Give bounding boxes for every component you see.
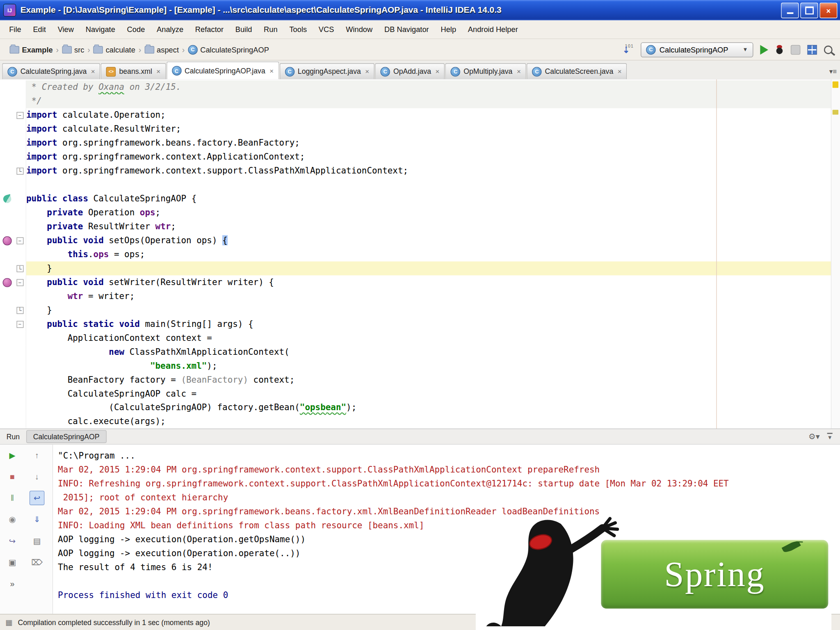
code-line[interactable]: public class CalculateSpringAOP { bbox=[0, 192, 840, 206]
code-line[interactable]: private ResultWriter wtr; bbox=[0, 220, 840, 234]
tab-calculatespringaop.java[interactable]: CCalculateSpringAOP.java× bbox=[167, 62, 279, 79]
close-button[interactable]: × bbox=[819, 3, 837, 18]
fold-minus-icon[interactable]: − bbox=[16, 279, 23, 286]
coverage-button[interactable] bbox=[791, 45, 801, 55]
error-stripe[interactable] bbox=[831, 79, 840, 429]
code-line[interactable]: * Created by Oxana on 3/2/15. bbox=[0, 80, 840, 94]
tab-calculatescreen.java[interactable]: CCalculateScreen.java× bbox=[527, 63, 627, 79]
menu-run[interactable]: Run bbox=[258, 21, 283, 39]
code-line[interactable]: */ bbox=[0, 94, 840, 108]
breadcrumb-item-example[interactable]: Example bbox=[10, 45, 53, 54]
menu-android-helper[interactable]: Android Helper bbox=[462, 21, 524, 39]
rerun-button[interactable]: ▶ bbox=[5, 448, 20, 462]
code-line[interactable]: import org.springframework.context.Appli… bbox=[0, 150, 840, 164]
close-icon[interactable]: × bbox=[517, 68, 521, 76]
breadcrumb-item-calculate[interactable]: calculate bbox=[94, 45, 135, 54]
code-line[interactable]: − public static void main(String[] args)… bbox=[0, 317, 840, 331]
menu-build[interactable]: Build bbox=[229, 21, 258, 39]
run-tab[interactable]: CalculateSpringAOP bbox=[26, 430, 107, 443]
code-line[interactable]: wtr = writer; bbox=[0, 289, 840, 303]
settings-gear-icon[interactable]: ⚙▾ bbox=[808, 432, 819, 442]
prev-occurrence-button[interactable]: ↑ bbox=[30, 448, 45, 462]
fold-end-icon[interactable]: └ bbox=[16, 265, 23, 272]
close-icon[interactable]: × bbox=[269, 67, 274, 75]
code-line[interactable]: new ClassPathXmlApplicationContext( bbox=[0, 345, 840, 359]
tab-beans.xml[interactable]: <>beans.xml× bbox=[101, 63, 166, 79]
dump-threads-button[interactable]: ◉ bbox=[5, 512, 20, 527]
menu-navigate[interactable]: Navigate bbox=[80, 21, 121, 39]
toolwindow-toggle-icon[interactable]: ▦ bbox=[5, 618, 12, 627]
code-line[interactable]: CalculateSpringAOP calc = bbox=[0, 387, 840, 401]
breadcrumb-item-src[interactable]: src bbox=[62, 45, 84, 54]
close-icon[interactable]: × bbox=[436, 68, 440, 76]
debug-button[interactable] bbox=[775, 45, 784, 55]
code-line[interactable]: BeanFactory factory = (BeanFactory) cont… bbox=[0, 373, 840, 387]
stop-button[interactable]: ■ bbox=[5, 469, 20, 484]
menu-code[interactable]: Code bbox=[121, 21, 151, 39]
run-config-select[interactable]: C CalculateSpringAOP ▼ bbox=[641, 42, 753, 57]
breadcrumb-item-calculatespringaop[interactable]: CCalculateSpringAOP bbox=[188, 45, 269, 55]
minimize-button[interactable] bbox=[781, 3, 799, 18]
tab-opadd.java[interactable]: COpAdd.java× bbox=[375, 63, 445, 79]
menu-vcs[interactable]: VCS bbox=[313, 21, 340, 39]
code-line[interactable]: import calculate.ResultWriter; bbox=[0, 122, 840, 136]
close-icon[interactable]: × bbox=[156, 68, 160, 76]
spring-leaf-icon[interactable] bbox=[2, 194, 12, 204]
code-line[interactable]: this.ops = ops; bbox=[0, 247, 840, 261]
code-line[interactable]: − public void setOps(Operation ops) { bbox=[0, 233, 840, 247]
project-structure-button[interactable] bbox=[807, 45, 817, 55]
breadcrumb-item-aspect[interactable]: aspect bbox=[144, 45, 179, 54]
editor[interactable]: * Created by Oxana on 3/2/15. */−import … bbox=[0, 79, 840, 429]
menu-help[interactable]: Help bbox=[435, 21, 462, 39]
menu-tools[interactable]: Tools bbox=[283, 21, 313, 39]
menu-window[interactable]: Window bbox=[340, 21, 379, 39]
fold-minus-icon[interactable]: − bbox=[16, 321, 23, 328]
maximize-button[interactable] bbox=[800, 3, 818, 18]
fold-minus-icon[interactable]: − bbox=[16, 237, 23, 244]
code-line[interactable]: "beans.xml"); bbox=[0, 359, 840, 373]
tab-calculatespring.java[interactable]: CCalculateSpring.java× bbox=[2, 63, 100, 79]
fold-end-icon[interactable]: └ bbox=[16, 307, 23, 314]
code-line[interactable]: import org.springframework.beans.factory… bbox=[0, 136, 840, 150]
stripe-mark[interactable] bbox=[833, 110, 838, 115]
close-icon[interactable]: × bbox=[91, 68, 95, 76]
search-everywhere-button[interactable] bbox=[824, 45, 833, 54]
code-line[interactable]: (CalculateSpringAOP) factory.getBean("op… bbox=[0, 401, 840, 415]
show-console-button[interactable]: ▣ bbox=[5, 555, 20, 569]
close-icon[interactable]: × bbox=[618, 68, 622, 76]
scroll-to-end-button[interactable]: ⇓ bbox=[30, 512, 45, 527]
spring-bean-icon[interactable] bbox=[2, 236, 11, 245]
menu-file[interactable]: File bbox=[3, 21, 27, 39]
print-button[interactable]: ▤ bbox=[30, 534, 45, 548]
spring-bean-icon[interactable] bbox=[2, 278, 11, 287]
code-line[interactable] bbox=[0, 178, 840, 192]
hide-panel-icon[interactable]: ▼ bbox=[827, 433, 833, 440]
more-button[interactable]: » bbox=[5, 576, 20, 591]
code-line[interactable]: private Operation ops; bbox=[0, 206, 840, 220]
tab-opmultiply.java[interactable]: COpMultiply.java× bbox=[445, 63, 526, 79]
code-line[interactable]: └ } bbox=[0, 303, 840, 317]
run-button[interactable] bbox=[760, 45, 768, 55]
fold-minus-icon[interactable]: − bbox=[16, 112, 23, 119]
make-project-button[interactable]: 101⇣ bbox=[622, 43, 634, 55]
code-line[interactable]: −import calculate.Operation; bbox=[0, 108, 840, 122]
exit-button[interactable]: ↪ bbox=[5, 534, 20, 548]
clear-all-button[interactable]: ⌦ bbox=[30, 555, 45, 569]
tab-list-icon[interactable]: ▾≡ bbox=[829, 68, 837, 76]
stripe-mark[interactable] bbox=[833, 82, 838, 88]
menu-edit[interactable]: Edit bbox=[27, 21, 52, 39]
close-icon[interactable]: × bbox=[365, 68, 369, 76]
next-occurrence-button[interactable]: ↓ bbox=[30, 469, 45, 484]
menu-refactor[interactable]: Refactor bbox=[189, 21, 229, 39]
tab-loggingaspect.java[interactable]: CLoggingAspect.java× bbox=[279, 63, 374, 79]
code-line[interactable]: − public void setWriter(ResultWriter wri… bbox=[0, 275, 840, 289]
menu-view[interactable]: View bbox=[52, 21, 80, 39]
code-line[interactable]: calc.execute(args); bbox=[0, 415, 840, 429]
code-line[interactable]: └import org.springframework.context.supp… bbox=[0, 164, 840, 178]
pause-button[interactable]: ‖ bbox=[5, 491, 20, 505]
menu-db-navigator[interactable]: DB Navigator bbox=[379, 21, 435, 39]
menu-analyze[interactable]: Analyze bbox=[151, 21, 189, 39]
fold-end-icon[interactable]: └ bbox=[16, 167, 23, 174]
soft-wrap-button[interactable]: ↩ bbox=[30, 491, 45, 505]
code-line[interactable]: └ } bbox=[0, 261, 840, 275]
